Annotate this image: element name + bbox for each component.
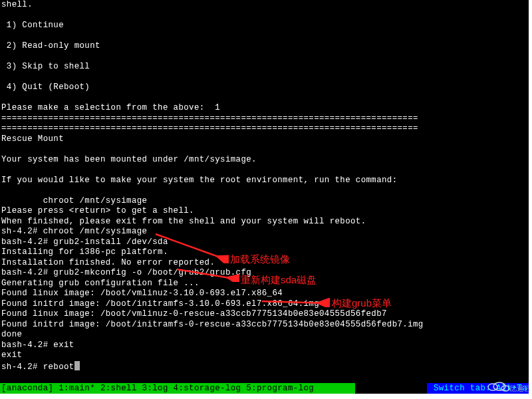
terminal-line: Generating grub configuration file ... [0,279,529,289]
watermark-logo: 亿速云 [485,378,529,396]
terminal-line: bash-4.2# exit [0,340,529,351]
terminal-line: ========================================… [0,114,529,124]
terminal-line: When finished, please exit from the shel… [0,217,529,227]
terminal-line: Rescue Mount [0,134,529,145]
terminal-line: done [0,330,529,340]
svg-text:亿速云: 亿速云 [509,384,529,392]
terminal-line: sh-4.2# chroot /mnt/sysimage [0,227,529,237]
terminal-line: sh-4.2# reboot [0,361,529,372]
terminal-line [0,72,529,83]
terminal-line [0,93,529,104]
terminal-line [0,144,529,155]
terminal-line [0,186,529,196]
terminal-line: Please press <return> to get a shell. [0,206,529,217]
cursor [74,361,80,370]
terminal-line: Please make a selection from the above: … [0,103,529,114]
terminal-line [0,11,529,21]
terminal-line: exit [0,350,529,361]
terminal-line: Installing for i386-pc platform. [0,247,529,258]
terminal-line [0,52,529,63]
terminal-line: Found initrd image: /boot/initramfs-0-re… [0,320,529,331]
terminal-line [0,31,529,42]
terminal-line: Found linux image: /boot/vmlinuz-0-rescu… [0,309,529,320]
tmux-status-bar: [anaconda] 1:main* 2:shell 3:log 4:stora… [0,383,529,394]
terminal-line: Found initrd image: /boot/initramfs-3.10… [0,299,529,310]
terminal-line: Your system has been mounted under /mnt/… [0,155,529,166]
terminal-line: shell. [0,0,529,11]
terminal-line: 3) Skip to shell [0,62,529,72]
terminal-line: If you would like to make your system th… [0,176,529,186]
terminal-line: Found linux image: /boot/vmlinuz-3.10.0-… [0,289,529,299]
status-gap [355,383,427,394]
terminal-line: bash-4.2# grub2-mkconfig -o /boot/grub2/… [0,268,529,279]
terminal-window[interactable]: shell. 1) Continue 2) Read-only mount 3)… [0,0,529,394]
terminal-line: chroot /mnt/sysimage [0,196,529,207]
terminal-line: 2) Read-only mount [0,41,529,52]
terminal-line: Installation finished. No error reported… [0,258,529,269]
terminal-line: ========================================… [0,124,529,134]
terminal-line: 4) Quit (Reboot) [0,82,529,93]
status-left: [anaconda] 1:main* 2:shell 3:log 4:stora… [0,383,355,394]
terminal-line: bash-4.2# grub2-install /dev/sda [0,237,529,248]
terminal-line [0,165,529,176]
terminal-line: 1) Continue [0,21,529,31]
